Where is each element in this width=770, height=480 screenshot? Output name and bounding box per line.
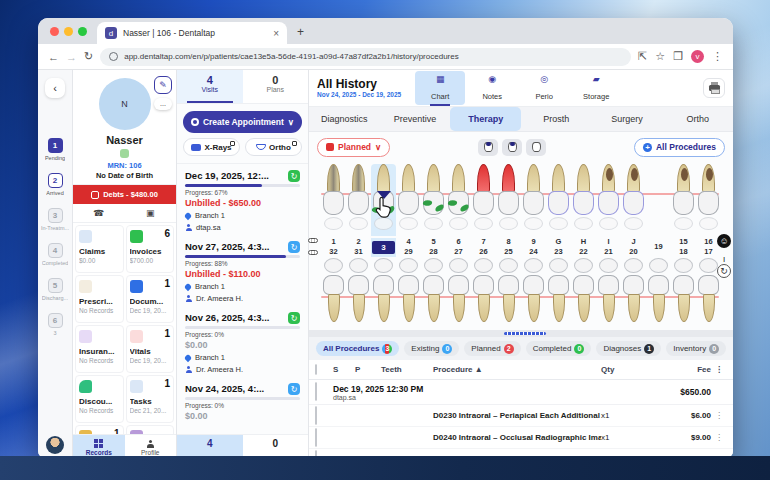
upper-tooth[interactable] bbox=[621, 164, 646, 236]
history-tab[interactable]: ▦ Chart bbox=[415, 71, 465, 105]
rotate-chart-button[interactable]: ↻ bbox=[717, 264, 731, 278]
patient-card[interactable]: 1 Vitals Dec 19, 20... bbox=[126, 325, 175, 373]
appointment-card[interactable]: Nov 24, 2025, 4:... ↻ Progress: 0% $0.00 bbox=[185, 383, 300, 421]
status-column-header[interactable]: S bbox=[333, 365, 355, 374]
upper-tooth[interactable] bbox=[646, 164, 671, 236]
group-checkbox[interactable] bbox=[315, 382, 317, 401]
call-icon[interactable]: ☎ bbox=[73, 204, 125, 222]
patient-avatar[interactable]: N bbox=[99, 78, 151, 130]
lower-tooth[interactable] bbox=[446, 258, 471, 328]
back-icon[interactable]: ← bbox=[48, 51, 59, 63]
lower-tooth[interactable] bbox=[421, 258, 446, 328]
patient-card[interactable]: 1 Tasks Dec 21, 20... bbox=[126, 375, 175, 423]
lower-tooth[interactable] bbox=[321, 258, 346, 328]
history-tab[interactable]: ◎ Perio bbox=[519, 71, 569, 105]
site-info-icon[interactable] bbox=[109, 52, 118, 61]
upper-tooth[interactable] bbox=[421, 164, 446, 236]
planned-filter-button[interactable]: Planned ∨ bbox=[317, 138, 390, 157]
refresh-icon[interactable]: ↻ bbox=[84, 50, 93, 63]
row-menu-icon[interactable]: ⋮ bbox=[711, 455, 727, 460]
tooth-view-toggle-3[interactable] bbox=[526, 139, 546, 156]
forward-icon[interactable]: → bbox=[66, 51, 77, 63]
tooth-number[interactable]: 7 26 7 bbox=[471, 237, 496, 257]
select-all-checkbox[interactable] bbox=[315, 364, 317, 375]
qty-column-header[interactable]: Qty bbox=[601, 365, 647, 374]
visit-group-row[interactable]: Dec 19, 2025 12:30 PM dtap.sa $650.00 bbox=[309, 380, 733, 405]
message-icon[interactable]: ▣ bbox=[125, 204, 177, 222]
visits-tab[interactable]: 0 Plans bbox=[243, 70, 309, 103]
chart-horizontal-scrollbar[interactable] bbox=[309, 330, 733, 337]
upper-tooth[interactable] bbox=[596, 164, 621, 236]
status-step[interactable]: 3 In-Treatm... bbox=[41, 208, 69, 231]
filter-chip[interactable]: Completed 0 bbox=[526, 341, 592, 356]
upper-arch-icon[interactable] bbox=[308, 238, 318, 243]
tooth-number[interactable]: 3 30 3 bbox=[371, 238, 396, 257]
lower-tooth[interactable] bbox=[621, 258, 646, 328]
lower-tooth[interactable] bbox=[471, 258, 496, 328]
tooth-number[interactable]: H 22 H bbox=[571, 237, 596, 257]
status-step[interactable]: 5 Discharg... bbox=[41, 278, 69, 301]
tooth-number[interactable]: 2 31 2 bbox=[346, 237, 371, 257]
tooth-view-toggle-1[interactable] bbox=[478, 139, 498, 156]
filter-chip[interactable]: Planned 2 bbox=[464, 341, 520, 356]
lower-tooth[interactable] bbox=[571, 258, 596, 328]
upper-tooth[interactable] bbox=[496, 164, 521, 236]
zoom-window-button[interactable] bbox=[78, 27, 87, 36]
filter-chip[interactable]: Inventory 0 bbox=[666, 341, 726, 356]
history-tab[interactable]: ◉ Notes bbox=[467, 71, 517, 105]
lower-tooth[interactable] bbox=[671, 258, 696, 328]
tooth-number[interactable]: J 20 J bbox=[621, 237, 646, 257]
row-menu-icon[interactable]: ⋮ bbox=[711, 433, 727, 442]
upper-tooth[interactable] bbox=[696, 164, 721, 236]
history-tab[interactable]: ▰ Storage bbox=[571, 71, 621, 105]
tooth-number[interactable]: 6 27 6 bbox=[446, 237, 471, 257]
upper-tooth[interactable] bbox=[671, 164, 696, 236]
tooth-number[interactable]: 8 25 8 bbox=[496, 237, 521, 257]
category-tab[interactable]: Ortho bbox=[662, 107, 733, 131]
back-button[interactable]: ‹ bbox=[45, 78, 65, 98]
ortho-button[interactable]: Ortho bbox=[245, 138, 302, 156]
tooth-number[interactable]: I 21 I bbox=[596, 237, 621, 257]
lower-tooth[interactable] bbox=[521, 258, 546, 328]
procedure-row[interactable]: D0240 Intraoral – Occlusal Radiographic … bbox=[309, 427, 733, 449]
patient-card[interactable]: Claims $0.00 bbox=[75, 225, 124, 273]
patient-card[interactable]: 1 Docum... Dec 19, 20... bbox=[126, 275, 175, 323]
new-tab-button[interactable]: + bbox=[297, 25, 304, 39]
category-tab[interactable]: Preventive bbox=[380, 107, 451, 131]
tooth-number[interactable]: 19 bbox=[646, 242, 671, 252]
lower-tooth[interactable] bbox=[546, 258, 571, 328]
lower-tooth[interactable] bbox=[396, 258, 421, 328]
lower-tooth[interactable] bbox=[371, 258, 396, 328]
tooth-number[interactable]: 15 18 15 bbox=[671, 237, 696, 257]
appointment-card[interactable]: Dec 19, 2025, 12:... ↻ Progress: 67% Unb… bbox=[185, 170, 300, 232]
fee-column-header[interactable]: Fee bbox=[647, 365, 711, 374]
upper-tooth[interactable] bbox=[471, 164, 496, 236]
tab-profile[interactable]: Profile bbox=[125, 435, 177, 460]
tooth-number[interactable]: 9 24 9 bbox=[521, 237, 546, 257]
provider-column-header[interactable]: P bbox=[355, 365, 381, 374]
patient-card[interactable]: Prescri... No Records bbox=[75, 275, 124, 323]
tab-records[interactable]: Records bbox=[73, 435, 125, 460]
table-menu-icon[interactable]: ⋮ bbox=[711, 365, 727, 374]
appointment-card[interactable]: Nov 27, 2025, 4:3... ↻ Progress: 88% Unb… bbox=[185, 241, 300, 303]
upper-tooth[interactable] bbox=[396, 164, 421, 236]
status-step[interactable]: 2 Arrived bbox=[41, 173, 69, 196]
appointment-card[interactable]: Nov 26, 2025, 4:3... ↻ Progress: 0% $0.0… bbox=[185, 312, 300, 374]
screen-share-icon[interactable]: ⇱ bbox=[638, 50, 647, 63]
create-appointment-button[interactable]: Create Appointment ∨ bbox=[183, 111, 302, 133]
patient-card[interactable]: Insuran... No Records bbox=[75, 325, 124, 373]
debts-banner[interactable]: Debts - $480.00 bbox=[73, 185, 176, 204]
address-bar[interactable]: app.dentaltap.com/en/p/patients/cae13e5a… bbox=[100, 48, 631, 66]
lower-tooth[interactable] bbox=[596, 258, 621, 328]
close-window-button[interactable] bbox=[50, 27, 59, 36]
extensions-icon[interactable]: ❒ bbox=[673, 50, 683, 63]
print-button[interactable] bbox=[703, 78, 725, 98]
reaction-face-button[interactable]: ☺ bbox=[717, 234, 731, 248]
filter-chip[interactable]: Existing 0 bbox=[404, 341, 459, 356]
status-step[interactable]: 1 Pending bbox=[41, 138, 69, 161]
patient-more-button[interactable]: ... bbox=[154, 98, 172, 110]
edit-patient-button[interactable]: ✎ bbox=[154, 76, 172, 94]
tab-close-icon[interactable]: × bbox=[273, 28, 279, 39]
window-controls[interactable] bbox=[50, 27, 87, 36]
lower-tooth[interactable] bbox=[496, 258, 521, 328]
